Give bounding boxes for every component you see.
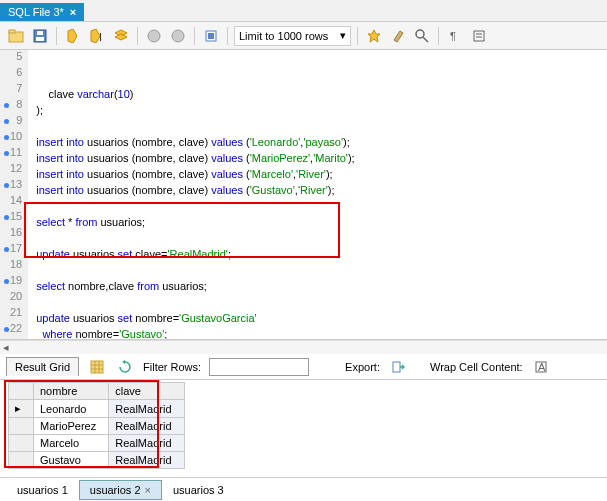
code-line[interactable]: clave varchar(10)	[36, 86, 607, 102]
code-line[interactable]: insert into usuarios (nombre, clave) val…	[36, 182, 607, 198]
result-grid[interactable]: nombreclave▸LeonardoRealMadridMarioPerez…	[8, 382, 185, 469]
file-tab[interactable]: SQL File 3* ×	[0, 3, 84, 21]
file-tab-bar: SQL File 3* ×	[0, 0, 607, 22]
table-row[interactable]: ▸LeonardoRealMadrid	[9, 400, 185, 418]
autocommit-button[interactable]	[201, 26, 221, 46]
result-tab-label: usuarios 2	[90, 484, 141, 496]
execute-current-button[interactable]: I	[87, 26, 107, 46]
toolbar-separator	[56, 27, 57, 45]
cell[interactable]: RealMadrid	[109, 418, 184, 435]
row-handle[interactable]: ▸	[9, 400, 34, 418]
code-area[interactable]: clave varchar(10));insert into usuarios …	[28, 50, 607, 339]
svg-text:I: I	[99, 31, 102, 43]
gutter-line: 7	[10, 82, 22, 98]
code-line[interactable]: insert into usuarios (nombre, clave) val…	[36, 150, 607, 166]
gutter-line: 13	[10, 178, 22, 194]
result-tab-label: usuarios 3	[173, 484, 224, 496]
result-tab[interactable]: usuarios 2×	[79, 480, 162, 500]
find-button[interactable]	[412, 26, 432, 46]
gutter-line: 17	[10, 242, 22, 258]
code-line[interactable]	[36, 198, 607, 214]
scroll-left-icon[interactable]: ◂	[0, 341, 12, 354]
svg-rect-16	[91, 361, 103, 373]
toolbar-separator	[227, 27, 228, 45]
table-row[interactable]: MarioPerezRealMadrid	[9, 418, 185, 435]
row-handle[interactable]	[9, 435, 34, 452]
toolbar-separator	[438, 27, 439, 45]
close-icon[interactable]: ×	[70, 6, 76, 18]
code-line[interactable]	[36, 294, 607, 310]
filter-rows-input[interactable]	[209, 358, 309, 376]
limit-rows-select[interactable]: Limit to 1000 rows ▾	[234, 26, 351, 46]
code-line[interactable]: select * from usuarios;	[36, 214, 607, 230]
gutter-line: 12	[10, 162, 22, 178]
cell[interactable]: RealMadrid	[109, 452, 184, 469]
table-row[interactable]: GustavoRealMadrid	[9, 452, 185, 469]
code-line[interactable]: );	[36, 102, 607, 118]
save-button[interactable]	[30, 26, 50, 46]
chevron-down-icon: ▾	[340, 29, 346, 42]
toggle-invisible-button[interactable]: ¶	[445, 26, 465, 46]
svg-rect-1	[9, 30, 15, 33]
gutter-line: 20	[10, 290, 22, 306]
code-line[interactable]	[36, 262, 607, 278]
column-header[interactable]: clave	[109, 383, 184, 400]
result-grid-icon[interactable]	[87, 357, 107, 377]
result-tab[interactable]: usuarios 1	[6, 480, 79, 500]
column-header[interactable]: nombre	[34, 383, 109, 400]
sql-editor[interactable]: 5678910111213141516171819202122232425 cl…	[0, 50, 607, 340]
result-tab-label: usuarios 1	[17, 484, 68, 496]
gutter-line: 15	[10, 210, 22, 226]
code-line[interactable]	[36, 230, 607, 246]
execute-button[interactable]	[63, 26, 83, 46]
stop-button[interactable]	[144, 26, 164, 46]
result-tab[interactable]: usuarios 3	[162, 480, 235, 500]
row-handle[interactable]	[9, 452, 34, 469]
limit-rows-label: Limit to 1000 rows	[239, 30, 328, 42]
beautify-button[interactable]	[364, 26, 384, 46]
result-grid-area: nombreclave▸LeonardoRealMadridMarioPerez…	[0, 380, 607, 477]
open-file-button[interactable]	[6, 26, 26, 46]
gutter-line: 9	[10, 114, 22, 130]
svg-rect-13	[474, 31, 484, 41]
result-grid-label: Result Grid	[15, 361, 70, 373]
svg-rect-3	[36, 37, 44, 41]
cell[interactable]: RealMadrid	[109, 400, 184, 418]
result-grid-tab[interactable]: Result Grid	[6, 357, 79, 376]
svg-rect-4	[37, 31, 43, 35]
wrap-cell-button[interactable]: A	[531, 357, 551, 377]
cell[interactable]: MarioPerez	[34, 418, 109, 435]
export-label: Export:	[345, 361, 380, 373]
snippets-button[interactable]	[469, 26, 489, 46]
svg-point-6	[148, 30, 160, 42]
table-row[interactable]: MarceloRealMadrid	[9, 435, 185, 452]
svg-line-11	[423, 37, 428, 42]
result-toolbar: Result Grid Filter Rows: Export: Wrap Ce…	[0, 354, 607, 380]
export-button[interactable]	[388, 357, 408, 377]
code-line[interactable]: update usuarios set clave='RealMadrid';	[36, 246, 607, 262]
filter-rows-label: Filter Rows:	[143, 361, 201, 373]
result-tabs: usuarios 1usuarios 2×usuarios 3	[0, 477, 607, 501]
code-line[interactable]: select nombre,clave from usuarios;	[36, 278, 607, 294]
explain-button[interactable]	[111, 26, 131, 46]
brush-button[interactable]	[388, 26, 408, 46]
horizontal-scrollbar[interactable]: ◂	[0, 340, 607, 354]
cell[interactable]: RealMadrid	[109, 435, 184, 452]
code-line[interactable]: where nombre='Gustavo';	[36, 326, 607, 340]
refresh-icon[interactable]	[115, 357, 135, 377]
commit-button[interactable]	[168, 26, 188, 46]
svg-rect-9	[208, 33, 214, 39]
line-gutter: 5678910111213141516171819202122232425	[0, 50, 28, 339]
cell[interactable]: Gustavo	[34, 452, 109, 469]
row-handle-header	[9, 383, 34, 400]
cell[interactable]: Marcelo	[34, 435, 109, 452]
code-line[interactable]: insert into usuarios (nombre, clave) val…	[36, 134, 607, 150]
code-line[interactable]: update usuarios set nombre='GustavoGarci…	[36, 310, 607, 326]
row-handle[interactable]	[9, 418, 34, 435]
cell[interactable]: Leonardo	[34, 400, 109, 418]
gutter-line: 21	[10, 306, 22, 322]
close-icon[interactable]: ×	[145, 484, 151, 496]
svg-text:¶: ¶	[450, 30, 456, 42]
code-line[interactable]	[36, 118, 607, 134]
code-line[interactable]: insert into usuarios (nombre, clave) val…	[36, 166, 607, 182]
